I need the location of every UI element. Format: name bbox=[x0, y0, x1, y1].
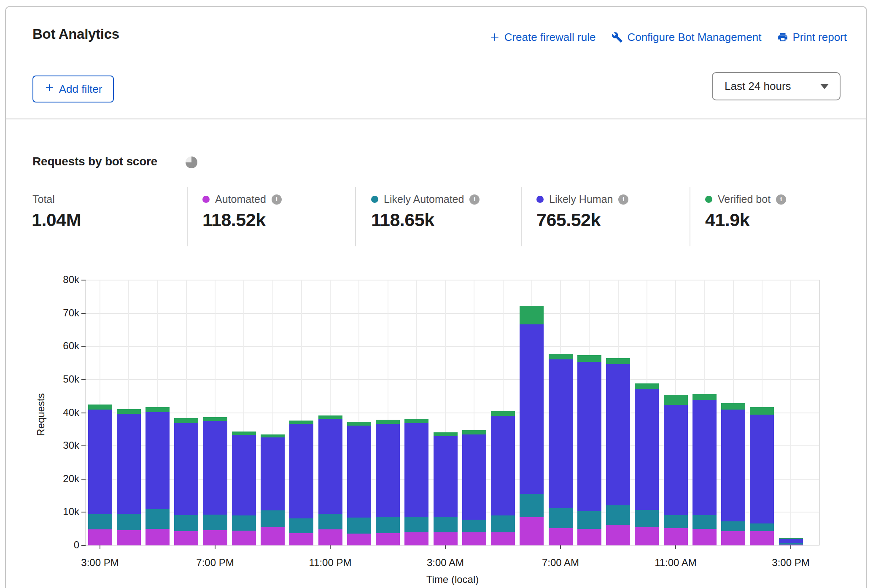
bar-segment-verified-bot[interactable] bbox=[88, 405, 112, 410]
bar-segment-likely-automated[interactable] bbox=[146, 509, 170, 529]
bar-segment-verified-bot[interactable] bbox=[692, 394, 717, 400]
bar-segment-verified-bot[interactable] bbox=[750, 407, 774, 415]
bar-segment-verified-bot[interactable] bbox=[434, 432, 458, 436]
bar-segment-likely-human[interactable] bbox=[174, 423, 198, 515]
bar-segment-likely-human[interactable] bbox=[289, 424, 313, 518]
bar-segment-automated[interactable] bbox=[692, 529, 717, 545]
bar-segment-verified-bot[interactable] bbox=[779, 538, 803, 539]
bar-segment-automated[interactable] bbox=[606, 525, 630, 545]
bar-segment-verified-bot[interactable] bbox=[174, 418, 198, 423]
bar-segment-likely-automated[interactable] bbox=[721, 521, 745, 531]
bar-segment-automated[interactable] bbox=[664, 528, 688, 545]
bar-segment-likely-automated[interactable] bbox=[318, 514, 342, 529]
bar-segment-automated[interactable] bbox=[174, 531, 198, 545]
bar-segment-likely-human[interactable] bbox=[462, 434, 486, 520]
bar-segment-likely-human[interactable] bbox=[261, 437, 285, 510]
bar-segment-likely-automated[interactable] bbox=[462, 520, 486, 533]
bar-segment-automated[interactable] bbox=[549, 528, 573, 545]
bar-segment-likely-human[interactable] bbox=[376, 424, 400, 516]
bar-segment-likely-human[interactable] bbox=[779, 538, 803, 543]
bar-segment-likely-human[interactable] bbox=[404, 423, 428, 517]
bar-segment-automated[interactable] bbox=[146, 529, 170, 545]
bar-segment-likely-human[interactable] bbox=[635, 389, 659, 510]
bar-segment-automated[interactable] bbox=[203, 530, 227, 545]
bar-segment-likely-human[interactable] bbox=[721, 410, 745, 521]
bar-segment-likely-automated[interactable] bbox=[203, 515, 227, 530]
bar-segment-verified-bot[interactable] bbox=[347, 422, 371, 426]
bar-segment-likely-human[interactable] bbox=[664, 405, 688, 515]
bar-segment-likely-human[interactable] bbox=[203, 421, 227, 515]
bar-segment-likely-automated[interactable] bbox=[635, 510, 659, 527]
bar-segment-verified-bot[interactable] bbox=[146, 407, 170, 412]
bar-segment-likely-automated[interactable] bbox=[434, 517, 458, 533]
bar-segment-likely-automated[interactable] bbox=[750, 523, 774, 531]
bar-segment-verified-bot[interactable] bbox=[232, 432, 256, 435]
bar-segment-automated[interactable] bbox=[117, 530, 141, 545]
bar-segment-verified-bot[interactable] bbox=[376, 420, 400, 424]
bar-segment-likely-automated[interactable] bbox=[664, 515, 688, 528]
bar-segment-likely-automated[interactable] bbox=[606, 505, 630, 525]
bar-segment-likely-automated[interactable] bbox=[549, 508, 573, 528]
bar-segment-likely-human[interactable] bbox=[520, 324, 544, 494]
bar-segment-automated[interactable] bbox=[577, 529, 601, 545]
bar-segment-likely-human[interactable] bbox=[88, 410, 112, 514]
bar-segment-automated[interactable] bbox=[520, 517, 544, 545]
bar-segment-likely-automated[interactable] bbox=[404, 517, 428, 532]
bar-segment-likely-automated[interactable] bbox=[779, 543, 803, 544]
bar-segment-likely-automated[interactable] bbox=[174, 515, 198, 531]
bar-segment-automated[interactable] bbox=[88, 529, 112, 545]
bar-segment-likely-human[interactable] bbox=[606, 364, 630, 505]
bar-segment-likely-automated[interactable] bbox=[491, 515, 515, 532]
bar-segment-likely-human[interactable] bbox=[491, 416, 515, 515]
bar-segment-verified-bot[interactable] bbox=[491, 411, 515, 416]
bar-segment-likely-human[interactable] bbox=[549, 359, 573, 508]
bar-segment-automated[interactable] bbox=[721, 531, 745, 545]
bar-segment-verified-bot[interactable] bbox=[404, 419, 428, 423]
bar-segment-verified-bot[interactable] bbox=[606, 358, 630, 364]
bar-segment-automated[interactable] bbox=[376, 533, 400, 545]
y-tick-label: 20k bbox=[43, 473, 79, 485]
bar-segment-automated[interactable] bbox=[462, 532, 486, 545]
bar-segment-verified-bot[interactable] bbox=[664, 395, 688, 405]
bar-segment-verified-bot[interactable] bbox=[318, 415, 342, 419]
bar-segment-likely-human[interactable] bbox=[750, 415, 774, 523]
bar-segment-automated[interactable] bbox=[635, 527, 659, 545]
bar-segment-verified-bot[interactable] bbox=[462, 430, 486, 434]
bar-segment-likely-automated[interactable] bbox=[117, 514, 141, 530]
bar-segment-likely-human[interactable] bbox=[117, 414, 141, 514]
bar-segment-automated[interactable] bbox=[434, 532, 458, 545]
bar-segment-likely-automated[interactable] bbox=[232, 515, 256, 531]
bar-segment-likely-automated[interactable] bbox=[376, 517, 400, 533]
bar-segment-automated[interactable] bbox=[347, 534, 371, 545]
bar-segment-automated[interactable] bbox=[261, 527, 285, 545]
bar-segment-verified-bot[interactable] bbox=[203, 417, 227, 421]
bar-segment-likely-human[interactable] bbox=[347, 426, 371, 518]
bar-segment-verified-bot[interactable] bbox=[549, 354, 573, 359]
bar-segment-verified-bot[interactable] bbox=[635, 383, 659, 390]
bar-segment-likely-automated[interactable] bbox=[289, 518, 313, 533]
bar-segment-likely-automated[interactable] bbox=[347, 518, 371, 534]
bar-segment-automated[interactable] bbox=[232, 531, 256, 545]
bar-segment-likely-automated[interactable] bbox=[577, 511, 601, 529]
bar-segment-verified-bot[interactable] bbox=[117, 409, 141, 414]
bar-segment-likely-human[interactable] bbox=[577, 362, 601, 511]
bar-segment-verified-bot[interactable] bbox=[520, 306, 544, 324]
bar-segment-likely-human[interactable] bbox=[692, 400, 717, 515]
bar-segment-verified-bot[interactable] bbox=[721, 403, 745, 410]
bar-segment-automated[interactable] bbox=[318, 529, 342, 545]
bar-segment-likely-automated[interactable] bbox=[520, 494, 544, 517]
bar-segment-likely-automated[interactable] bbox=[692, 515, 717, 529]
bar-segment-automated[interactable] bbox=[404, 532, 428, 545]
bar-segment-automated[interactable] bbox=[289, 533, 313, 545]
bar-segment-automated[interactable] bbox=[491, 532, 515, 545]
bar-segment-verified-bot[interactable] bbox=[289, 421, 313, 424]
bar-segment-verified-bot[interactable] bbox=[261, 434, 285, 438]
bar-segment-likely-human[interactable] bbox=[434, 436, 458, 517]
bar-segment-likely-automated[interactable] bbox=[261, 510, 285, 527]
bar-segment-likely-human[interactable] bbox=[146, 412, 170, 509]
bar-segment-likely-human[interactable] bbox=[232, 435, 256, 515]
bar-segment-automated[interactable] bbox=[750, 531, 774, 545]
bar-segment-likely-automated[interactable] bbox=[88, 514, 112, 529]
bar-segment-likely-human[interactable] bbox=[318, 419, 342, 514]
bar-segment-verified-bot[interactable] bbox=[577, 355, 601, 362]
